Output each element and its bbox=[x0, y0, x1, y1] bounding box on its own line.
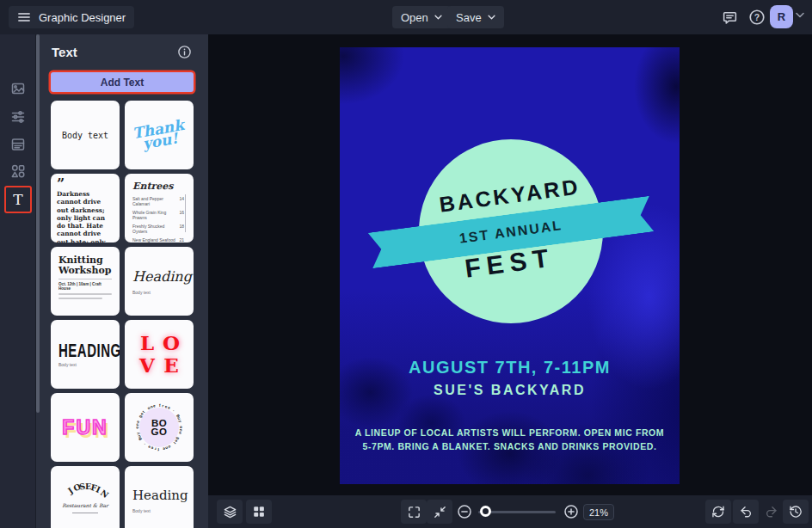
text-panel: Text Add Text Body text Thank you! ” Dar… bbox=[36, 34, 208, 528]
svg-text:?: ? bbox=[754, 12, 760, 22]
poster-venue-text[interactable]: SUE'S BACKYARD bbox=[340, 383, 680, 398]
templates-icon bbox=[10, 137, 26, 152]
zoom-out-button[interactable] bbox=[452, 500, 477, 524]
bottom-toolbar: 21% bbox=[208, 495, 812, 528]
add-text-button[interactable]: Add Text bbox=[51, 72, 194, 92]
layers-icon bbox=[223, 505, 237, 519]
undo-icon bbox=[739, 505, 753, 519]
sidebar-item-adjust[interactable] bbox=[10, 109, 26, 125]
panel-info-button[interactable] bbox=[177, 45, 192, 59]
canvas-area[interactable]: BACKYARD 1ST ANNUAL FEST AUGUST 7TH, 7-1… bbox=[208, 34, 812, 495]
chat-icon bbox=[722, 9, 738, 26]
zoom-slider-thumb[interactable] bbox=[480, 506, 491, 517]
sidebar-item-graphics[interactable] bbox=[10, 163, 26, 179]
panel-title: Text bbox=[52, 45, 77, 59]
text-template-heading-script[interactable]: Heading Body text bbox=[125, 247, 194, 316]
fullscreen-icon bbox=[407, 505, 421, 519]
poster-design[interactable]: BACKYARD 1ST ANNUAL FEST AUGUST 7TH, 7-1… bbox=[340, 47, 680, 484]
account-menu-button[interactable] bbox=[796, 12, 804, 18]
redo-icon bbox=[765, 505, 778, 519]
chevron-down-icon bbox=[796, 12, 804, 18]
text-template-thank-you[interactable]: Thank you! bbox=[125, 101, 194, 169]
undo-button[interactable] bbox=[733, 500, 759, 524]
menu-item: Freshly Shucked Oysters18 bbox=[132, 224, 184, 234]
text-template-fun[interactable]: FUN bbox=[51, 393, 120, 462]
zoom-in-button[interactable] bbox=[559, 500, 583, 524]
sidebar-item-text[interactable]: T bbox=[4, 186, 32, 213]
text-template-heading-serif[interactable]: Heading Body text bbox=[125, 466, 194, 528]
text-template-bogo[interactable]: Buy one get one free · Buy one get one f… bbox=[125, 393, 194, 462]
panel-scrollbar[interactable] bbox=[36, 34, 40, 413]
refresh-icon bbox=[711, 505, 725, 519]
app-title: Graphic Designer bbox=[39, 11, 126, 24]
grid-icon bbox=[252, 505, 266, 519]
feedback-button[interactable] bbox=[719, 7, 740, 28]
sidebar-item-templates[interactable] bbox=[10, 137, 26, 152]
shapes-icon bbox=[10, 163, 26, 179]
fit-screen-icon bbox=[433, 505, 447, 519]
josefin-arch-text: JOSEFIN bbox=[51, 466, 120, 528]
layers-button[interactable] bbox=[217, 500, 243, 524]
info-icon bbox=[177, 45, 192, 59]
menu-item: Salt and Pepper Calamari14 bbox=[132, 196, 184, 206]
fullscreen-button[interactable] bbox=[401, 500, 427, 524]
history-button[interactable] bbox=[783, 500, 809, 524]
text-template-workshop[interactable]: Knitting Workshop Oct. 12th | 10am | Cra… bbox=[51, 247, 120, 316]
redo-button[interactable] bbox=[759, 500, 784, 524]
adjustments-icon bbox=[10, 109, 26, 125]
top-bar: Graphic Designer Open Save ? R bbox=[0, 0, 812, 34]
sidebar-item-image[interactable] bbox=[10, 81, 26, 96]
open-button[interactable]: Open bbox=[392, 6, 451, 28]
zoom-level-value[interactable]: 21% bbox=[583, 504, 614, 520]
account-avatar[interactable]: R bbox=[770, 5, 793, 28]
text-template-menu[interactable]: Entrees Salt and Pepper Calamari14 Whole… bbox=[125, 174, 194, 243]
text-template-body-text[interactable]: Body text bbox=[51, 101, 120, 169]
app-menu[interactable]: Graphic Designer bbox=[9, 6, 134, 28]
zoom-out-icon bbox=[457, 504, 472, 519]
chevron-down-icon bbox=[488, 15, 495, 20]
pages-button[interactable] bbox=[246, 500, 272, 524]
text-template-love[interactable]: LO VE bbox=[125, 320, 194, 389]
menu-item: New England Seafood Chowder21 bbox=[132, 237, 184, 243]
history-icon bbox=[789, 505, 803, 519]
help-icon: ? bbox=[748, 9, 766, 26]
tool-rail: T bbox=[0, 34, 36, 528]
zoom-in-icon bbox=[563, 504, 579, 519]
fit-to-screen-button[interactable] bbox=[427, 500, 452, 524]
chevron-down-icon bbox=[434, 15, 442, 20]
help-button[interactable]: ? bbox=[747, 7, 767, 28]
text-template-heading-caps[interactable]: HEADING Body text bbox=[51, 320, 120, 389]
refresh-button[interactable] bbox=[705, 500, 731, 524]
image-icon bbox=[10, 81, 26, 96]
menu-icon bbox=[17, 10, 31, 24]
menu-item: Whole Grain King Prawns16 bbox=[132, 210, 184, 220]
poster-date-text[interactable]: AUGUST 7TH, 7-11PM bbox=[340, 358, 680, 378]
text-tool-icon: T bbox=[13, 191, 22, 208]
bogo-circle-text: Buy one get one free · Buy one get one f… bbox=[125, 393, 194, 462]
save-button[interactable]: Save bbox=[447, 6, 504, 28]
poster-details-text[interactable]: A LINEUP OF LOCAL ARTISTS WILL PERFORM. … bbox=[340, 427, 680, 453]
text-template-josefin[interactable]: JOSEFIN Restaurant & Bar bbox=[51, 466, 120, 528]
text-template-quote[interactable]: ” Darkness cannot drive out darkness; on… bbox=[51, 174, 120, 243]
